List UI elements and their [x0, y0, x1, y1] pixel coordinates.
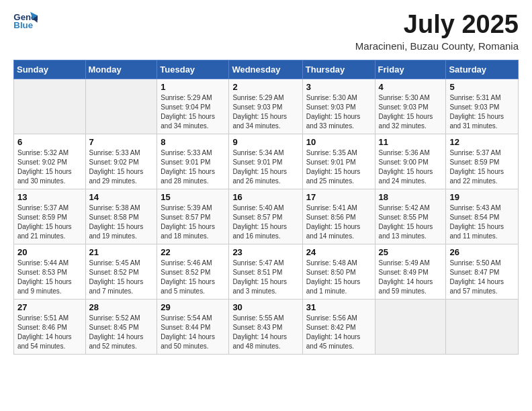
- calendar-cell: 31Sunrise: 5:56 AM Sunset: 8:42 PM Dayli…: [302, 299, 375, 354]
- calendar-cell: [14, 79, 86, 134]
- calendar-cell: 14Sunrise: 5:38 AM Sunset: 8:58 PM Dayli…: [85, 189, 157, 244]
- day-detail: Sunrise: 5:30 AM Sunset: 9:03 PM Dayligh…: [379, 93, 443, 131]
- calendar-cell: 24Sunrise: 5:48 AM Sunset: 8:50 PM Dayli…: [302, 244, 375, 299]
- calendar-cell: 8Sunrise: 5:33 AM Sunset: 9:01 PM Daylig…: [157, 134, 229, 189]
- calendar-cell: [375, 299, 446, 354]
- day-detail: Sunrise: 5:44 AM Sunset: 8:53 PM Dayligh…: [17, 259, 82, 296]
- calendar-cell: 6Sunrise: 5:32 AM Sunset: 9:02 PM Daylig…: [14, 134, 86, 189]
- calendar-page: General Blue July 2025 Maracineni, Buzau…: [0, 0, 532, 368]
- calendar-cell: 17Sunrise: 5:41 AM Sunset: 8:56 PM Dayli…: [302, 189, 375, 244]
- day-number: 29: [161, 302, 225, 312]
- calendar-week-4: 20Sunrise: 5:44 AM Sunset: 8:53 PM Dayli…: [14, 244, 519, 299]
- day-number: 25: [379, 247, 443, 257]
- calendar-cell: 16Sunrise: 5:40 AM Sunset: 8:57 PM Dayli…: [229, 189, 302, 244]
- weekday-header-monday: Monday: [85, 60, 157, 79]
- calendar-week-2: 6Sunrise: 5:32 AM Sunset: 9:02 PM Daylig…: [14, 134, 519, 189]
- calendar-cell: 25Sunrise: 5:49 AM Sunset: 8:49 PM Dayli…: [375, 244, 446, 299]
- calendar-cell: 9Sunrise: 5:34 AM Sunset: 9:01 PM Daylig…: [229, 134, 302, 189]
- day-number: 3: [306, 82, 371, 92]
- day-detail: Sunrise: 5:48 AM Sunset: 8:50 PM Dayligh…: [306, 259, 371, 296]
- calendar-cell: 26Sunrise: 5:50 AM Sunset: 8:47 PM Dayli…: [446, 244, 519, 299]
- day-number: 8: [161, 137, 225, 147]
- day-detail: Sunrise: 5:36 AM Sunset: 9:00 PM Dayligh…: [379, 148, 443, 186]
- calendar-cell: 30Sunrise: 5:55 AM Sunset: 8:43 PM Dayli…: [229, 299, 302, 354]
- svg-text:Blue: Blue: [13, 20, 33, 30]
- calendar-cell: 23Sunrise: 5:47 AM Sunset: 8:51 PM Dayli…: [229, 244, 302, 299]
- day-number: 4: [379, 82, 443, 92]
- weekday-header-sunday: Sunday: [14, 60, 86, 79]
- calendar-cell: 27Sunrise: 5:51 AM Sunset: 8:46 PM Dayli…: [14, 299, 86, 354]
- day-number: 10: [306, 137, 371, 147]
- day-detail: Sunrise: 5:45 AM Sunset: 8:52 PM Dayligh…: [89, 259, 154, 296]
- day-number: 5: [449, 82, 515, 92]
- weekday-header-friday: Friday: [375, 60, 446, 79]
- day-number: 18: [379, 192, 443, 202]
- calendar-cell: 15Sunrise: 5:39 AM Sunset: 8:57 PM Dayli…: [157, 189, 229, 244]
- calendar-cell: 22Sunrise: 5:46 AM Sunset: 8:52 PM Dayli…: [157, 244, 229, 299]
- day-number: 2: [232, 82, 298, 92]
- calendar-cell: 12Sunrise: 5:37 AM Sunset: 8:59 PM Dayli…: [446, 134, 519, 189]
- day-number: 21: [89, 247, 154, 257]
- calendar-cell: 11Sunrise: 5:36 AM Sunset: 9:00 PM Dayli…: [375, 134, 446, 189]
- day-number: 20: [17, 247, 82, 257]
- day-number: 22: [161, 247, 225, 257]
- day-detail: Sunrise: 5:42 AM Sunset: 8:55 PM Dayligh…: [379, 203, 443, 241]
- calendar-week-1: 1Sunrise: 5:29 AM Sunset: 9:04 PM Daylig…: [14, 79, 519, 134]
- weekday-header-row: SundayMondayTuesdayWednesdayThursdayFrid…: [14, 60, 519, 79]
- day-detail: Sunrise: 5:51 AM Sunset: 8:46 PM Dayligh…: [17, 314, 82, 351]
- weekday-header-wednesday: Wednesday: [229, 60, 302, 79]
- day-number: 30: [232, 302, 298, 312]
- calendar-cell: 18Sunrise: 5:42 AM Sunset: 8:55 PM Dayli…: [375, 189, 446, 244]
- calendar-body: 1Sunrise: 5:29 AM Sunset: 9:04 PM Daylig…: [14, 79, 519, 354]
- calendar-header: SundayMondayTuesdayWednesdayThursdayFrid…: [14, 60, 519, 79]
- day-detail: Sunrise: 5:29 AM Sunset: 9:04 PM Dayligh…: [161, 93, 225, 131]
- day-detail: Sunrise: 5:47 AM Sunset: 8:51 PM Dayligh…: [232, 259, 298, 296]
- day-number: 14: [89, 192, 154, 202]
- day-number: 23: [232, 247, 298, 257]
- day-detail: Sunrise: 5:55 AM Sunset: 8:43 PM Dayligh…: [232, 314, 298, 351]
- day-detail: Sunrise: 5:56 AM Sunset: 8:42 PM Dayligh…: [306, 314, 371, 351]
- day-detail: Sunrise: 5:33 AM Sunset: 9:02 PM Dayligh…: [89, 148, 154, 186]
- calendar-week-5: 27Sunrise: 5:51 AM Sunset: 8:46 PM Dayli…: [14, 299, 519, 354]
- day-number: 12: [449, 137, 515, 147]
- day-number: 16: [232, 192, 298, 202]
- day-detail: Sunrise: 5:41 AM Sunset: 8:56 PM Dayligh…: [306, 203, 371, 241]
- calendar-cell: 29Sunrise: 5:54 AM Sunset: 8:44 PM Dayli…: [157, 299, 229, 354]
- day-number: 17: [306, 192, 371, 202]
- calendar-week-3: 13Sunrise: 5:37 AM Sunset: 8:59 PM Dayli…: [14, 189, 519, 244]
- day-number: 15: [161, 192, 225, 202]
- weekday-header-saturday: Saturday: [446, 60, 519, 79]
- calendar-cell: [85, 79, 157, 134]
- day-detail: Sunrise: 5:30 AM Sunset: 9:03 PM Dayligh…: [306, 93, 371, 131]
- calendar-cell: 1Sunrise: 5:29 AM Sunset: 9:04 PM Daylig…: [157, 79, 229, 134]
- calendar-cell: 13Sunrise: 5:37 AM Sunset: 8:59 PM Dayli…: [14, 189, 86, 244]
- calendar-cell: 4Sunrise: 5:30 AM Sunset: 9:03 PM Daylig…: [375, 79, 446, 134]
- day-detail: Sunrise: 5:33 AM Sunset: 9:01 PM Dayligh…: [161, 148, 225, 186]
- logo-icon: General Blue: [13, 11, 38, 31]
- calendar-cell: 28Sunrise: 5:52 AM Sunset: 8:45 PM Dayli…: [85, 299, 157, 354]
- day-detail: Sunrise: 5:29 AM Sunset: 9:03 PM Dayligh…: [232, 93, 298, 131]
- day-number: 6: [17, 137, 82, 147]
- day-number: 9: [232, 137, 298, 147]
- weekday-header-tuesday: Tuesday: [157, 60, 229, 79]
- header: General Blue July 2025 Maracineni, Buzau…: [13, 11, 519, 52]
- calendar-cell: 20Sunrise: 5:44 AM Sunset: 8:53 PM Dayli…: [14, 244, 86, 299]
- calendar-cell: 5Sunrise: 5:31 AM Sunset: 9:03 PM Daylig…: [446, 79, 519, 134]
- month-year-title: July 2025: [355, 11, 519, 39]
- day-number: 26: [449, 247, 515, 257]
- logo: General Blue: [13, 11, 39, 31]
- day-number: 31: [306, 302, 371, 312]
- day-detail: Sunrise: 5:40 AM Sunset: 8:57 PM Dayligh…: [232, 203, 298, 241]
- day-detail: Sunrise: 5:35 AM Sunset: 9:01 PM Dayligh…: [306, 148, 371, 186]
- location-subtitle: Maracineni, Buzau County, Romania: [355, 40, 519, 52]
- day-number: 13: [17, 192, 82, 202]
- day-number: 24: [306, 247, 371, 257]
- day-number: 7: [89, 137, 154, 147]
- day-detail: Sunrise: 5:34 AM Sunset: 9:01 PM Dayligh…: [232, 148, 298, 186]
- day-detail: Sunrise: 5:54 AM Sunset: 8:44 PM Dayligh…: [161, 314, 225, 351]
- title-block: July 2025 Maracineni, Buzau County, Roma…: [355, 11, 519, 52]
- day-detail: Sunrise: 5:37 AM Sunset: 8:59 PM Dayligh…: [449, 148, 515, 186]
- calendar-cell: 19Sunrise: 5:43 AM Sunset: 8:54 PM Dayli…: [446, 189, 519, 244]
- calendar-cell: 2Sunrise: 5:29 AM Sunset: 9:03 PM Daylig…: [229, 79, 302, 134]
- calendar-cell: 3Sunrise: 5:30 AM Sunset: 9:03 PM Daylig…: [302, 79, 375, 134]
